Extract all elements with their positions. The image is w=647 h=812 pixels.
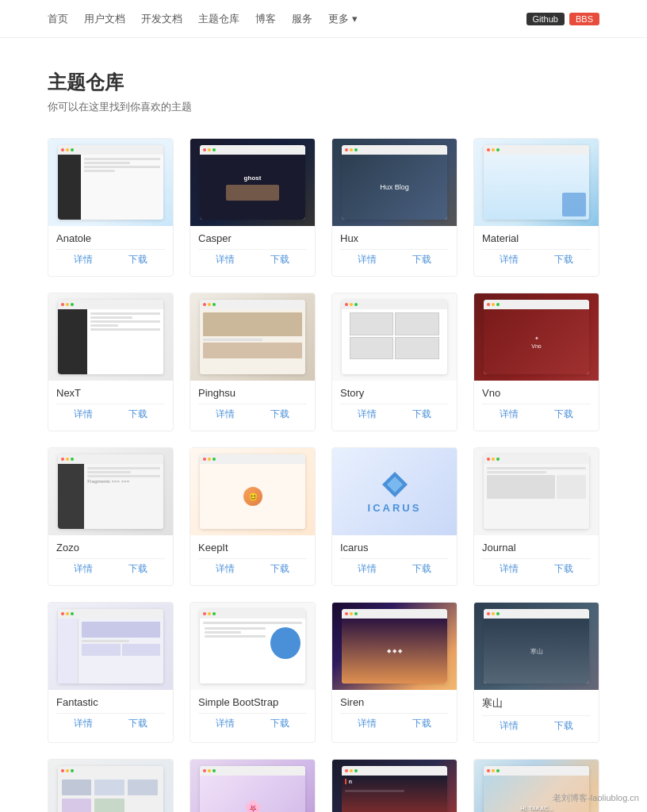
theme-preview-vno: ✦ Vno bbox=[474, 293, 599, 381]
theme-name-story: Story bbox=[340, 387, 449, 399]
page-title: 主题仓库 bbox=[48, 70, 599, 95]
nav-service[interactable]: 服务 bbox=[292, 12, 312, 26]
theme-download-zozo[interactable]: 下载 bbox=[128, 562, 147, 576]
theme-actions-zozo: 详情 下载 bbox=[56, 558, 165, 582]
theme-name-keepit: KeepIt bbox=[198, 542, 307, 553]
nav-home[interactable]: 首页 bbox=[48, 12, 68, 26]
theme-details-material[interactable]: 详情 bbox=[500, 253, 519, 266]
theme-download-story[interactable]: 下载 bbox=[412, 408, 431, 421]
theme-info-siren: Siren 详情 下载 bbox=[332, 690, 457, 740]
theme-card-hux: Hux Blog Hux 详情 下载 bbox=[331, 138, 457, 277]
theme-details-casper[interactable]: 详情 bbox=[216, 253, 235, 266]
theme-download-casper[interactable]: 下载 bbox=[270, 253, 289, 266]
theme-details-hux[interactable]: 详情 bbox=[358, 253, 377, 266]
theme-details-pinghsu[interactable]: 详情 bbox=[216, 408, 235, 421]
theme-details-story[interactable]: 详情 bbox=[358, 408, 377, 421]
theme-preview-hux: Hux Blog bbox=[332, 139, 457, 226]
nav-badges: Github BBS bbox=[526, 13, 599, 25]
theme-preview-casper: ghost bbox=[190, 139, 315, 226]
theme-card-fantastic: Fantastic 详情 下载 bbox=[48, 602, 174, 743]
theme-actions-casper: 详情 下载 bbox=[198, 249, 307, 273]
theme-details-journal[interactable]: 详情 bbox=[500, 562, 519, 576]
chevron-down-icon: ▾ bbox=[352, 13, 358, 25]
theme-card-vno: ✦ Vno Vno 详情 下载 bbox=[473, 293, 599, 431]
theme-preview-sakura: HI, TAKAC... bbox=[474, 760, 599, 812]
theme-name-hux: Hux bbox=[340, 232, 449, 244]
theme-details-next[interactable]: 详情 bbox=[74, 408, 93, 421]
theme-preview-pinghsu bbox=[190, 293, 315, 381]
theme-name-hanshan: 寒山 bbox=[482, 696, 591, 710]
theme-details-hanshan[interactable]: 详情 bbox=[500, 719, 519, 733]
nav-user-docs[interactable]: 用户文档 bbox=[84, 12, 125, 26]
theme-grid: Anatole 详情 下载 ghost bbox=[48, 138, 599, 812]
theme-card-journal: Journal 详情 下载 bbox=[473, 447, 599, 586]
theme-actions-simplebootstrap: 详情 下载 bbox=[198, 713, 307, 737]
theme-download-hux[interactable]: 下载 bbox=[412, 253, 431, 266]
main-content: 主题仓库 你可以在这里找到你喜欢的主题 Anatole 详情 下载 bbox=[0, 38, 647, 812]
theme-preview-weicarus bbox=[48, 760, 173, 812]
theme-card-weicarus: Weicarus 详情 下载 bbox=[48, 759, 174, 812]
theme-download-vno[interactable]: 下载 bbox=[554, 408, 573, 421]
nav-links: 首页 用户文档 开发文档 主题仓库 博客 服务 更多 ▾ bbox=[48, 12, 358, 26]
theme-info-zozo: Zozo 详情 下载 bbox=[48, 535, 173, 585]
theme-details-vno[interactable]: 详情 bbox=[500, 408, 519, 421]
theme-preview-icarus: ICARUS bbox=[332, 448, 457, 535]
theme-actions-pinghsu: 详情 下载 bbox=[198, 404, 307, 427]
theme-download-material[interactable]: 下载 bbox=[554, 253, 573, 266]
nav-themes[interactable]: 主题仓库 bbox=[198, 12, 239, 26]
theme-name-icarus: Icarus bbox=[340, 542, 449, 553]
theme-name-journal: Journal bbox=[482, 542, 591, 553]
theme-download-journal[interactable]: 下载 bbox=[554, 562, 573, 576]
theme-info-fantastic: Fantastic 详情 下载 bbox=[48, 690, 173, 740]
theme-actions-vno: 详情 下载 bbox=[482, 404, 591, 427]
theme-preview-siren: ◆ ◆ ◆ bbox=[332, 603, 457, 690]
theme-download-keepit[interactable]: 下载 bbox=[270, 562, 289, 576]
theme-card-zozo: Fragments ××× ××× Zozo 详情 下载 bbox=[48, 447, 174, 586]
nav-dev-docs[interactable]: 开发文档 bbox=[141, 12, 182, 26]
theme-preview-simplebootstrap bbox=[190, 603, 315, 690]
theme-preview-material bbox=[474, 139, 599, 226]
github-badge[interactable]: Github bbox=[526, 13, 565, 25]
theme-details-fantastic[interactable]: 详情 bbox=[74, 717, 93, 730]
theme-info-hanshan: 寒山 详情 下载 bbox=[474, 690, 599, 742]
theme-actions-hanshan: 详情 下载 bbox=[482, 715, 591, 739]
theme-card-anatole: Anatole 详情 下载 bbox=[48, 138, 174, 277]
theme-preview-anatole bbox=[48, 139, 173, 226]
theme-info-keepit: KeepIt 详情 下载 bbox=[190, 535, 315, 585]
page-subtitle: 你可以在这里找到你喜欢的主题 bbox=[48, 100, 599, 114]
theme-download-hanshan[interactable]: 下载 bbox=[554, 719, 573, 733]
nav-more[interactable]: 更多 ▾ bbox=[328, 12, 358, 26]
theme-actions-siren: 详情 下载 bbox=[340, 713, 449, 737]
theme-name-casper: Casper bbox=[198, 232, 307, 244]
nav-blog[interactable]: 博客 bbox=[255, 12, 276, 26]
theme-download-fantastic[interactable]: 下载 bbox=[128, 717, 147, 730]
theme-card-pinghsu: Pinghsu 详情 下载 bbox=[190, 293, 316, 431]
bbs-badge[interactable]: BBS bbox=[569, 13, 599, 25]
theme-card-casper: ghost Casper 详情 下载 bbox=[190, 138, 316, 277]
theme-name-next: NexT bbox=[56, 387, 165, 399]
theme-name-material: Material bbox=[482, 232, 591, 244]
theme-download-pinghsu[interactable]: 下载 bbox=[270, 408, 289, 421]
theme-name-anatole: Anatole bbox=[56, 232, 165, 244]
theme-download-simplebootstrap[interactable]: 下载 bbox=[270, 717, 289, 730]
theme-actions-material: 详情 下载 bbox=[482, 249, 591, 273]
theme-details-keepit[interactable]: 详情 bbox=[216, 562, 235, 576]
theme-details-zozo[interactable]: 详情 bbox=[74, 562, 93, 576]
theme-preview-nexmoe: n bbox=[332, 760, 457, 812]
theme-details-simplebootstrap[interactable]: 详情 bbox=[216, 717, 235, 730]
theme-preview-journal bbox=[474, 448, 599, 535]
theme-download-next[interactable]: 下载 bbox=[128, 408, 147, 421]
theme-download-icarus[interactable]: 下载 bbox=[412, 562, 431, 576]
theme-info-icarus: Icarus 详情 下载 bbox=[332, 535, 457, 585]
icarus-text: ICARUS bbox=[368, 502, 422, 514]
theme-details-icarus[interactable]: 详情 bbox=[358, 562, 377, 576]
theme-details-siren[interactable]: 详情 bbox=[358, 717, 377, 730]
theme-download-anatole[interactable]: 下载 bbox=[128, 253, 147, 266]
theme-actions-icarus: 详情 下载 bbox=[340, 558, 449, 582]
theme-info-next: NexT 详情 下载 bbox=[48, 381, 173, 431]
theme-download-siren[interactable]: 下载 bbox=[412, 717, 431, 730]
theme-details-anatole[interactable]: 详情 bbox=[74, 253, 93, 266]
theme-preview-next bbox=[48, 293, 173, 381]
theme-name-simplebootstrap: Simple BootStrap bbox=[198, 696, 307, 708]
theme-name-zozo: Zozo bbox=[56, 542, 165, 553]
